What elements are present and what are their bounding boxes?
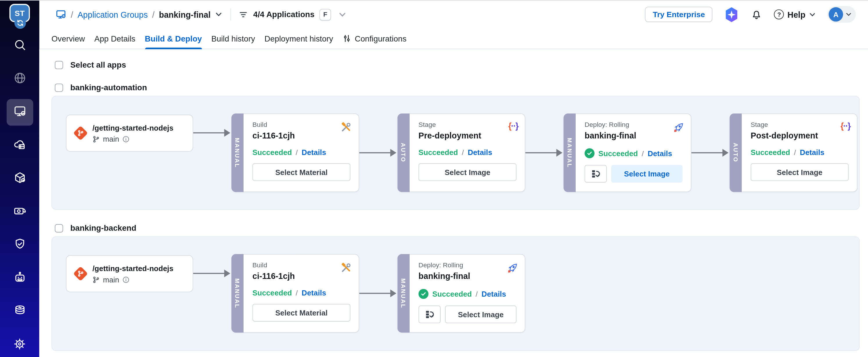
select-all-apps-row[interactable]: Select all apps [55, 60, 126, 69]
cloud-server-icon [13, 138, 26, 153]
avatar: A [829, 7, 843, 22]
chevron-down-icon[interactable] [215, 10, 223, 18]
shield-check-icon [13, 237, 26, 253]
status-succeeded: Succeeded [418, 148, 458, 157]
breadcrumb-root-link[interactable]: Application Groups [78, 9, 148, 19]
app-checkbox[interactable] [55, 83, 63, 92]
chevron-down-icon [845, 11, 852, 18]
select-image-button[interactable]: Select Image [418, 163, 517, 181]
trigger-type-strip: AUTO [397, 113, 410, 192]
app-checkbox[interactable] [55, 224, 63, 232]
script-braces-icon: {··} [840, 121, 850, 131]
details-link[interactable]: Details [800, 148, 824, 157]
node-type-label: Build [253, 261, 351, 270]
tab-deployment-history[interactable]: Deployment history [265, 28, 333, 49]
status-succeeded: Succeeded [751, 148, 790, 157]
details-link[interactable]: Details [302, 148, 326, 157]
trigger-type-strip: AUTO [730, 113, 742, 192]
tab-app-details[interactable]: App Details [94, 28, 135, 49]
status-succeeded: Succeeded [432, 290, 472, 298]
status-separator: / [296, 289, 298, 297]
top-right-actions: Try Enterprise ? Help A [645, 6, 856, 23]
pre-deployment-stage-node: AUTO Stage Pre-deployment {··} Succeeded… [397, 113, 525, 192]
select-image-button[interactable]: Select Image [751, 163, 849, 181]
git-source-node[interactable]: /getting-started-nodejs main [66, 255, 193, 292]
status-separator: / [476, 290, 478, 298]
success-check-icon [418, 289, 429, 299]
rollback-button[interactable] [418, 305, 441, 323]
status-row: Succeeded / Details [585, 148, 683, 158]
try-enterprise-button[interactable]: Try Enterprise [645, 7, 713, 22]
node-title: banking-final [585, 130, 683, 141]
status-row: Succeeded / Details [418, 148, 517, 157]
sidebar-item-search[interactable] [6, 33, 33, 60]
sparkle-hexagon-icon[interactable] [724, 7, 739, 22]
details-link[interactable]: Details [648, 149, 672, 158]
post-deployment-stage-node: AUTO Stage Post-deployment {··} Succeede… [730, 113, 857, 192]
tab-build-history[interactable]: Build history [211, 28, 255, 49]
workflow-connector-arrow [360, 293, 391, 294]
chevron-down-icon [338, 10, 347, 19]
details-link[interactable]: Details [482, 290, 506, 298]
build-tools-icon [340, 121, 352, 136]
breadcrumb-separator: / [71, 9, 73, 19]
breadcrumb: / Application Groups / banking-final [56, 9, 223, 20]
app-window: ST [0, 0, 868, 357]
rocket-icon [672, 121, 684, 136]
bell-icon[interactable] [751, 9, 763, 20]
success-check-icon [585, 148, 594, 158]
select-image-button[interactable]: Select Image [445, 305, 517, 323]
deploy-node: MANUAL Deploy: Rolling banking-final Suc… [397, 254, 525, 333]
details-link[interactable]: Details [302, 289, 326, 297]
status-succeeded: Succeeded [253, 148, 292, 157]
sidebar-item-resource-browser[interactable] [6, 132, 33, 159]
info-icon[interactable] [123, 276, 130, 283]
sidebar: ST [0, 1, 39, 357]
app-row-banking-backend[interactable]: banking-backend [55, 224, 136, 232]
app-row-banking-automation[interactable]: banking-automation [55, 83, 147, 92]
sidebar-item-globe[interactable] [6, 66, 33, 93]
tab-build-deploy[interactable]: Build & Deploy [145, 28, 202, 49]
select-image-button[interactable]: Select Image [611, 165, 682, 183]
status-separator: / [794, 148, 796, 157]
app-logo[interactable]: ST [8, 4, 32, 29]
gear-icon [13, 337, 26, 352]
workflow-panel-banking-automation: /getting-started-nodejs main MANUAL Buil… [51, 96, 860, 210]
user-menu[interactable]: A [828, 6, 856, 23]
sidebar-item-bot[interactable] [6, 265, 33, 292]
rollback-button[interactable] [585, 165, 607, 183]
divider [230, 8, 231, 21]
breadcrumb-current: banking-final [159, 9, 211, 19]
status-separator: / [296, 148, 298, 157]
details-link[interactable]: Details [468, 148, 492, 157]
node-type-label: Stage [418, 121, 517, 129]
select-material-button[interactable]: Select Material [253, 163, 351, 181]
git-source-node[interactable]: /getting-started-nodejs main [66, 115, 193, 152]
select-all-checkbox[interactable] [55, 61, 63, 69]
sidebar-item-stack-manager[interactable] [6, 298, 33, 325]
applications-filter[interactable]: 4/4 Applications F [239, 9, 347, 20]
trigger-type-strip: MANUAL [231, 113, 244, 192]
info-icon[interactable] [123, 135, 130, 142]
tab-overview[interactable]: Overview [51, 28, 85, 49]
help-menu[interactable]: ? Help [774, 9, 816, 19]
money-flow-icon [13, 204, 26, 220]
status-separator: / [642, 149, 644, 158]
build-deploy-content: Select all apps banking-automation /gett… [39, 50, 868, 357]
status-succeeded: Succeeded [598, 149, 638, 158]
node-type-label: Stage [751, 121, 849, 129]
sidebar-item-application-groups[interactable] [6, 99, 33, 126]
globe-icon [13, 71, 26, 87]
sidebar-item-chart-store[interactable] [6, 165, 33, 192]
build-tools-icon [340, 262, 352, 276]
sidebar-item-settings[interactable] [6, 331, 33, 357]
tab-configurations[interactable]: Configurations [343, 28, 406, 49]
workflow-connector-arrow [691, 152, 723, 153]
sidebar-item-security[interactable] [6, 232, 33, 259]
git-material-icon [73, 266, 88, 281]
select-material-button[interactable]: Select Material [253, 304, 351, 322]
deploy-node: MANUAL Deploy: Rolling banking-final Suc… [563, 113, 691, 192]
help-label: Help [787, 9, 806, 19]
node-title: Pre-deployment [418, 130, 517, 141]
sidebar-item-cost-visibility[interactable] [6, 199, 33, 226]
